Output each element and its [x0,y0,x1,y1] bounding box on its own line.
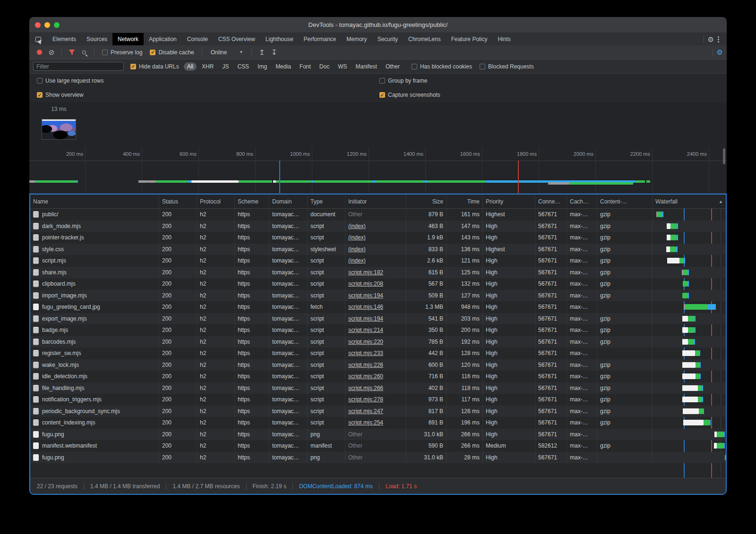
initiator-link[interactable]: script.mjs:182 [348,269,383,276]
group-by-frame-checkbox[interactable]: ✓Group by frame [379,77,427,84]
column-header-content-[interactable]: Content-… [597,195,653,208]
table-row[interactable]: fugu.png200h2httpstomayac…pngOther31.0 k… [30,429,726,441]
clear-network-log-button[interactable]: ⊘ [45,47,58,58]
tab-application[interactable]: Application [144,33,182,45]
tab-chromelens[interactable]: ChromeLens [403,33,446,45]
tab-security[interactable]: Security [372,33,403,45]
column-header-time[interactable]: Time [447,195,483,208]
initiator-link[interactable]: script.mjs:194 [348,292,383,299]
initiator-link[interactable]: script.mjs:260 [348,373,383,380]
minimize-window-button[interactable] [44,22,50,28]
table-row[interactable]: public/200h2httpstomayac…documentOther87… [30,209,726,220]
filter-type-js[interactable]: JS [219,62,232,71]
initiator-link[interactable]: script.mjs:220 [348,339,383,345]
initiator-link[interactable]: script.mjs:146 [348,304,383,310]
column-header-type[interactable]: Type [308,195,345,208]
inspect-element-button[interactable] [29,33,47,45]
table-row[interactable]: fugu.png200h2httpstomayac…pngOther31.0 k… [30,452,726,464]
import-har-button[interactable]: ↥ [256,47,268,58]
initiator-link[interactable]: script.mjs:254 [348,419,383,426]
table-row[interactable]: pointer-tracker.js200h2httpstomayac…scri… [30,232,726,244]
table-row[interactable]: share.mjs200h2httpstomayac…scriptscript.… [30,267,726,279]
table-row[interactable]: import_image.mjs200h2httpstomayac…script… [30,290,726,302]
table-row[interactable]: manifest.webmanifest200h2httpstomayac…ma… [30,440,726,452]
table-row[interactable]: periodic_background_sync.mjs200h2httpsto… [30,406,726,417]
initiator-link[interactable]: (index) [348,234,366,241]
table-row[interactable]: badge.mjs200h2httpstomayac…scriptscript.… [30,324,726,336]
table-row[interactable]: barcodes.mjs200h2httpstomayac…scriptscri… [30,336,726,348]
preserve-log-checkbox[interactable]: ✓Preserve log [102,49,142,56]
initiator-link[interactable]: (index) [348,223,366,229]
tab-memory[interactable]: Memory [341,33,372,45]
initiator-link[interactable]: script.mjs:278 [348,396,383,403]
column-header-initiator[interactable]: Initiator [345,195,406,208]
column-header-size[interactable]: Size [406,195,447,208]
tab-css-overview[interactable]: CSS Overview [213,33,260,45]
column-header-protocol[interactable]: Protocol [197,195,235,208]
filter-input[interactable] [33,62,124,71]
filter-toggle-button[interactable] [66,47,78,58]
export-har-button[interactable]: ↧ [268,47,280,58]
settings-gear-icon[interactable]: ⚙ [708,36,714,43]
table-row[interactable]: script.mjs200h2httpstomayac…script(index… [30,255,726,267]
record-network-log-button[interactable] [33,47,45,58]
use-large-request-rows-checkbox[interactable]: ✓Use large request rows [37,77,103,84]
has-blocked-cookies-checkbox[interactable]: ✓Has blocked cookies [412,63,472,70]
filter-type-ws[interactable]: WS [335,62,350,71]
tab-network[interactable]: Network [112,33,144,45]
initiator-link[interactable]: (index) [348,246,366,253]
table-row[interactable]: fugu_greeting_card.jpg200h2httpstomayac…… [30,301,726,313]
column-header-cach-[interactable]: Cach… [567,195,597,208]
tab-lighthouse[interactable]: Lighthouse [260,33,299,45]
column-header-waterfall[interactable]: Waterfall▲ [653,195,727,208]
tab-elements[interactable]: Elements [47,33,81,45]
throttling-dropdown[interactable]: Online ▼ [206,49,248,56]
disable-cache-checkbox[interactable]: ✓Disable cache [150,49,194,56]
filter-type-img[interactable]: Img [254,62,270,71]
table-row[interactable]: clipboard.mjs200h2httpstomayac…scriptscr… [30,278,726,290]
network-conditions-gear-icon[interactable]: ⚙ [717,49,723,56]
initiator-link[interactable]: script.mjs:266 [348,385,383,391]
filter-type-doc[interactable]: Doc [316,62,333,71]
initiator-link[interactable]: script.mjs:247 [348,408,383,415]
tab-feature-policy[interactable]: Feature Policy [446,33,493,45]
tab-performance[interactable]: Performance [299,33,342,45]
tab-console[interactable]: Console [182,33,213,45]
column-header-name[interactable]: Name [30,195,159,208]
table-row[interactable]: idle_detection.mjs200h2httpstomayac…scri… [30,371,726,382]
table-row[interactable]: style.css200h2httpstomayac…stylesheet(in… [30,244,726,255]
more-options-icon[interactable] [714,36,723,42]
table-row[interactable]: register_sw.mjs200h2httpstomayac…scripts… [30,348,726,359]
table-row[interactable]: export_image.mjs200h2httpstomayac…script… [30,313,726,325]
table-row[interactable]: notification_triggers.mjs200h2httpstomay… [30,394,726,406]
tab-hints[interactable]: Hints [492,33,515,45]
capture-screenshots-checkbox[interactable]: ✓Capture screenshots [379,92,440,98]
filter-type-manifest[interactable]: Manifest [352,62,380,71]
filter-type-css[interactable]: CSS [234,62,252,71]
table-row[interactable]: file_handling.mjs200h2httpstomayac…scrip… [30,382,726,394]
table-row[interactable]: wake_lock.mjs200h2httpstomayac…scriptscr… [30,359,726,371]
column-header-priority[interactable]: Priority [483,195,535,208]
initiator-link[interactable]: script.mjs:233 [348,350,383,356]
filter-type-font[interactable]: Font [296,62,314,71]
tab-sources[interactable]: Sources [81,33,112,45]
column-header-scheme[interactable]: Scheme [235,195,269,208]
network-overview-timeline[interactable]: 200 ms400 ms600 ms800 ms1000 ms1200 ms14… [29,147,727,194]
column-header-domain[interactable]: Domain [269,195,308,208]
column-header-conne-[interactable]: Conne… [535,195,567,208]
page-screenshot-thumbnail[interactable] [42,119,76,140]
initiator-link[interactable]: script.mjs:208 [348,280,383,287]
column-header-status[interactable]: Status [159,195,197,208]
table-row[interactable]: dark_mode.mjs200h2httpstomayac…script(in… [30,220,726,232]
initiator-link[interactable]: script.mjs:214 [348,327,383,333]
filter-type-other[interactable]: Other [382,62,403,71]
filter-type-xhr[interactable]: XHR [198,62,217,71]
blocked-requests-checkbox[interactable]: ✓Blocked Requests [480,63,534,70]
overview-scrollbar-thumb[interactable] [723,148,725,164]
hide-data-urls-checkbox[interactable]: ✓Hide data URLs [130,63,179,70]
initiator-link[interactable]: (index) [348,257,366,264]
show-overview-checkbox[interactable]: ✓Show overview [37,92,84,98]
table-row[interactable]: content_indexing.mjs200h2httpstomayac…sc… [30,417,726,429]
initiator-link[interactable]: script.mjs:194 [348,315,383,322]
filter-type-media[interactable]: Media [272,62,294,71]
